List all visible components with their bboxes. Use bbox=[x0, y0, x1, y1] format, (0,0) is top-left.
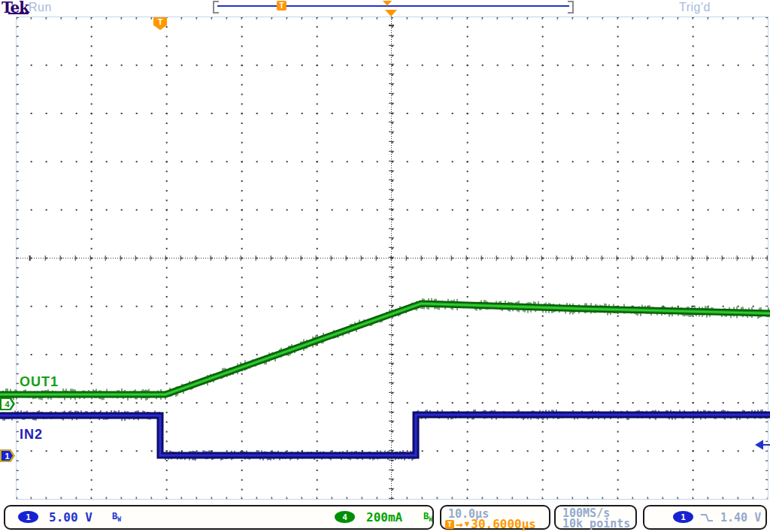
acquisition-readout-box[interactable]: 100MS/s 10k points bbox=[554, 505, 637, 530]
record-view-bar[interactable]: T bbox=[213, 0, 574, 12]
horizontal-readout-box[interactable]: 10.0µs T→▼30.6000µs bbox=[440, 505, 550, 530]
record-trigger-flag-letter: T bbox=[279, 2, 283, 10]
record-left-bracket-icon bbox=[213, 1, 219, 14]
tek-logo-underline bbox=[8, 13, 29, 14]
channel1-scale-readout: 5.00 V bbox=[49, 510, 92, 524]
channel4-position-marker[interactable]: 4 bbox=[0, 397, 15, 410]
trace-label-in2: IN2 bbox=[20, 427, 43, 443]
channel4-scale-readout: 200mA bbox=[366, 510, 402, 524]
trace-label-out1: OUT1 bbox=[20, 374, 59, 390]
trigger-status: Trig'd bbox=[679, 1, 711, 14]
trigger-source-badge[interactable]: 1 bbox=[673, 511, 693, 523]
record-trigger-flag-icon[interactable]: T bbox=[277, 1, 286, 11]
trigger-flag-letter: T bbox=[158, 17, 163, 26]
record-length-readout: 10k points bbox=[562, 517, 630, 530]
trigger-readout-box[interactable]: 1 1.40 V bbox=[643, 505, 767, 530]
channel1-badge[interactable]: 1 bbox=[18, 511, 38, 523]
oscilloscope-screen: T OUT1 IN2 4 1 Tek Run T Trig'd 1 5.00 V bbox=[0, 0, 770, 532]
channel1-marker-label: 1 bbox=[2, 451, 13, 461]
top-status-bar: Tek Run T Trig'd bbox=[0, 0, 770, 17]
channel4-badge[interactable]: 4 bbox=[335, 511, 355, 523]
delay-value: 30.6000µs bbox=[471, 517, 536, 531]
bottom-status-bar: 1 5.00 V BW 4 200mA BW 10.0µs T→▼30.6000… bbox=[0, 504, 770, 532]
delay-trigger-flag-icon: T bbox=[445, 520, 454, 529]
record-window-line bbox=[217, 5, 569, 7]
channel1-position-marker[interactable]: 1 bbox=[0, 449, 15, 462]
delay-arrow-icon: → bbox=[456, 517, 463, 531]
trigger-delay-readout: T→▼30.6000µs bbox=[445, 517, 536, 531]
trigger-level-readout: 1.40 V bbox=[720, 511, 761, 524]
channel1-bandwidth-icon: BW bbox=[112, 511, 121, 523]
channel4-marker-label: 4 bbox=[2, 399, 13, 409]
delay-expansion-icon: ▼ bbox=[465, 519, 470, 529]
record-right-bracket-icon bbox=[568, 1, 574, 14]
acquisition-status: Run bbox=[29, 1, 52, 14]
graticule-center-vertical-line bbox=[389, 17, 394, 500]
channel4-bandwidth-icon: BW bbox=[423, 511, 432, 523]
record-expansion-marker-icon bbox=[383, 1, 392, 6]
channel-readouts-box[interactable]: 1 5.00 V BW 4 200mA BW bbox=[4, 505, 434, 530]
trigger-level-arrow-icon[interactable] bbox=[753, 437, 770, 452]
falling-edge-icon bbox=[699, 512, 714, 524]
